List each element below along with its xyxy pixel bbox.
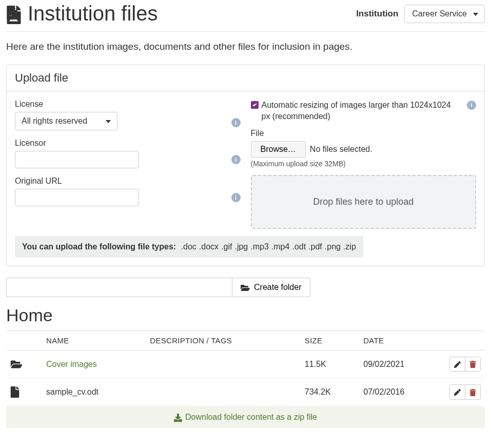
files-table: NAME DESCRIPTION / TAGS SIZE DATE Cover … bbox=[6, 330, 485, 406]
institution-select[interactable]: Career Service bbox=[404, 5, 485, 23]
col-name: NAME bbox=[42, 330, 146, 350]
file-ext: .zip bbox=[343, 242, 356, 251]
file-ext: .doc bbox=[181, 242, 197, 251]
file-ext: .gif bbox=[221, 242, 232, 251]
trash-icon bbox=[469, 360, 476, 368]
auto-resize-checkbox[interactable] bbox=[251, 101, 259, 109]
cell-date: 09/02/2021 bbox=[359, 350, 444, 378]
file-label: File bbox=[251, 129, 477, 138]
auto-resize-label: Automatic resizing of images larger than… bbox=[262, 100, 461, 123]
folder-link[interactable]: Cover images bbox=[46, 360, 97, 368]
delete-button[interactable] bbox=[465, 357, 480, 371]
create-folder-button[interactable]: Create folder bbox=[232, 278, 310, 297]
pencil-icon bbox=[454, 388, 461, 396]
licensor-label: Licensor bbox=[15, 139, 241, 148]
file-ext: .odt bbox=[292, 242, 306, 251]
table-row: sample_cv.odt734.2K07/02/2016 bbox=[6, 378, 485, 406]
image-file-icon bbox=[6, 2, 22, 25]
col-size: SIZE bbox=[301, 330, 359, 350]
folder-icon bbox=[10, 359, 23, 368]
file-ext: .mp3 bbox=[250, 242, 269, 251]
folder-name-input[interactable] bbox=[6, 278, 232, 297]
cell-desc bbox=[146, 378, 301, 406]
file-name: sample_cv.odt bbox=[46, 387, 99, 396]
file-ext: .docx bbox=[199, 242, 219, 251]
original-url-input[interactable] bbox=[15, 189, 139, 206]
cell-date: 07/02/2016 bbox=[359, 378, 444, 406]
col-desc: DESCRIPTION / TAGS bbox=[146, 330, 301, 350]
col-date: DATE bbox=[359, 330, 444, 350]
browse-button[interactable]: Browse… bbox=[251, 141, 306, 158]
page-title: Institution files bbox=[6, 2, 158, 25]
file-status-text: No files selected. bbox=[310, 145, 372, 154]
file-types-intro: You can upload the following file types: bbox=[22, 242, 176, 251]
institution-label: Institution bbox=[356, 9, 398, 19]
file-ext: .pdf bbox=[308, 242, 322, 251]
page-description: Here are the institution images, documen… bbox=[6, 41, 485, 52]
delete-button[interactable] bbox=[465, 385, 480, 399]
download-zip-row: Download folder content as a zip file bbox=[6, 406, 485, 428]
upload-panel: Upload file License All rights reserved … bbox=[6, 65, 485, 266]
trash-icon bbox=[469, 388, 476, 396]
file-ext: .jpg bbox=[234, 242, 248, 251]
cell-desc bbox=[146, 350, 301, 378]
folder-path-title: Home bbox=[6, 305, 485, 325]
license-selected-value: All rights reserved bbox=[22, 116, 87, 125]
file-icon bbox=[10, 387, 19, 396]
licensor-input[interactable] bbox=[15, 151, 139, 168]
info-icon[interactable]: i bbox=[467, 101, 476, 110]
license-select[interactable]: All rights reserved bbox=[15, 112, 117, 130]
cell-size: 11.5K bbox=[301, 350, 359, 378]
edit-button[interactable] bbox=[450, 385, 465, 399]
create-folder-label: Create folder bbox=[254, 283, 302, 292]
download-zip-text: Download folder content as a zip file bbox=[185, 413, 317, 422]
original-url-label: Original URL bbox=[15, 177, 241, 186]
max-upload-text: (Maximum upload size 32MB) bbox=[251, 160, 477, 168]
cell-size: 734.2K bbox=[301, 378, 359, 406]
license-label: License bbox=[15, 100, 241, 109]
upload-panel-title: Upload file bbox=[7, 65, 484, 91]
file-dropzone[interactable]: Drop files here to upload bbox=[251, 175, 477, 229]
file-types-info: You can upload the following file types:… bbox=[15, 236, 363, 258]
institution-selected-value: Career Service bbox=[412, 9, 467, 18]
edit-button[interactable] bbox=[450, 357, 465, 371]
info-icon[interactable]: i bbox=[231, 155, 241, 164]
download-zip-link[interactable]: Download folder content as a zip file bbox=[174, 413, 317, 422]
info-icon[interactable]: i bbox=[231, 193, 241, 202]
folder-open-icon bbox=[241, 283, 250, 292]
info-icon[interactable]: i bbox=[231, 118, 241, 127]
pencil-icon bbox=[454, 360, 461, 368]
table-row: Cover images11.5K09/02/2021 bbox=[6, 350, 485, 378]
file-ext: .png bbox=[325, 242, 341, 251]
download-icon bbox=[174, 413, 182, 422]
file-ext: .mp4 bbox=[271, 242, 290, 251]
page-title-text: Institution files bbox=[28, 2, 158, 25]
